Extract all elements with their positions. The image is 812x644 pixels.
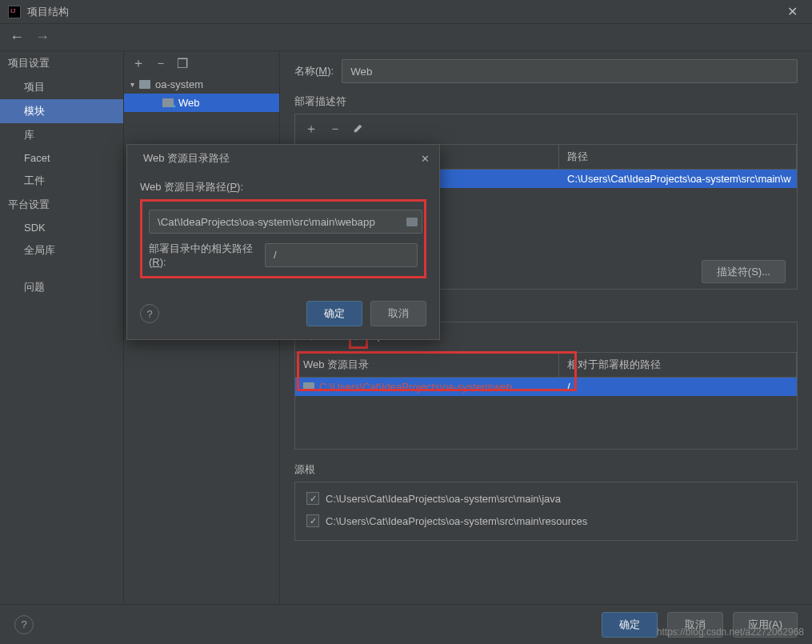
source-root-item[interactable]: ✓ C:\Users\Cat\IdeaProjects\oa-system\sr… <box>297 510 795 532</box>
source-roots-title: 源根 <box>294 462 798 477</box>
dialog-ok-button[interactable]: 确定 <box>306 301 362 326</box>
deploy-col-path: 路径 <box>559 145 797 169</box>
sidebar-item-facet[interactable]: Facet <box>0 147 123 169</box>
remove-icon[interactable]: － <box>154 55 167 72</box>
sidebar-item-global-libs[interactable]: 全局库 <box>0 238 123 262</box>
sidebar-item-libraries[interactable]: 库 <box>0 123 123 147</box>
settings-sidebar: 项目设置 项目 模块 库 Facet 工件 平台设置 SDK 全局库 问题 <box>0 51 124 604</box>
resdir-row[interactable]: C:\Users\Cat\IdeaProjects\oa-system\web … <box>295 378 797 396</box>
chevron-down-icon: ▾ <box>130 80 134 89</box>
folder-icon <box>139 80 150 89</box>
copy-icon[interactable]: ❐ <box>177 56 188 71</box>
remove-icon[interactable]: － <box>329 121 342 138</box>
checkbox-icon: ✓ <box>306 492 319 505</box>
tree-node-label: oa-system <box>155 78 203 90</box>
close-icon[interactable]: ✕ <box>781 4 804 19</box>
sidebar-item-artifacts[interactable]: 工件 <box>0 169 123 193</box>
web-resource-path-dialog: Web 资源目录路径 ✕ Web 资源目录路径(P): 部署目录中的相关路径(R… <box>126 144 440 340</box>
source-root-path: C:\Users\Cat\IdeaProjects\oa-system\src\… <box>326 493 561 505</box>
nav-bar: ← → <box>0 24 812 51</box>
watermark: https://blog.csdn.net/a2272062968 <box>657 626 804 638</box>
add-icon[interactable]: ＋ <box>305 121 318 138</box>
add-icon[interactable]: ＋ <box>132 55 145 72</box>
edit-icon[interactable] <box>353 122 364 137</box>
back-icon[interactable]: ← <box>8 27 26 47</box>
tree-node-label: Web <box>178 97 200 109</box>
bottom-bar: ? 确定 取消 应用(A) <box>0 604 812 644</box>
sidebar-group: 项目设置 <box>0 51 123 75</box>
source-roots-section: ✓ C:\Users\Cat\IdeaProjects\oa-system\sr… <box>294 482 798 541</box>
ok-button[interactable]: 确定 <box>602 612 658 638</box>
add-descriptor-button[interactable]: 描述符(S)... <box>702 260 786 283</box>
resdir-row-rel: / <box>559 378 797 396</box>
tree-node-web[interactable]: Web <box>124 94 279 112</box>
dialog-help-button[interactable]: ? <box>140 304 159 323</box>
sidebar-group: 平台设置 <box>0 193 123 217</box>
resdir-row-path: C:\Users\Cat\IdeaProjects\oa-system\web <box>319 381 512 393</box>
resource-path-input[interactable] <box>149 210 422 234</box>
source-root-path: C:\Users\Cat\IdeaProjects\oa-system\src\… <box>326 515 587 527</box>
help-button[interactable]: ? <box>14 615 34 634</box>
tree-toolbar: ＋ － ❐ <box>124 51 279 75</box>
deploy-row-path: C:\Users\Cat\IdeaProjects\oa-system\src\… <box>559 170 797 188</box>
browse-icon[interactable] <box>406 218 418 226</box>
title-bar: 项目结构 ✕ <box>0 0 812 24</box>
sidebar-item-sdk[interactable]: SDK <box>0 217 123 238</box>
name-label: 名称(M): <box>294 64 334 78</box>
name-input[interactable] <box>342 59 798 83</box>
folder-icon <box>303 382 314 391</box>
forward-icon[interactable]: → <box>34 27 51 47</box>
path-label: Web 资源目录路径(P): <box>140 180 426 194</box>
sidebar-item-modules[interactable]: 模块 <box>0 99 123 123</box>
resdir-col2: 相对于部署根的路径 <box>559 353 797 377</box>
rel-path-label: 部署目录中的相关路径(R): <box>149 242 258 268</box>
source-root-item[interactable]: ✓ C:\Users\Cat\IdeaProjects\oa-system\sr… <box>297 487 795 510</box>
tree-node-root[interactable]: ▾ oa-system <box>124 75 279 94</box>
sidebar-item-project[interactable]: 项目 <box>0 75 123 99</box>
dialog-title: Web 资源目录路径 <box>143 151 230 166</box>
resdir-col1: Web 资源目录 <box>295 353 559 377</box>
checkbox-icon: ✓ <box>306 514 319 527</box>
sidebar-item-problems[interactable]: 问题 <box>0 275 123 299</box>
window-title: 项目结构 <box>27 5 781 19</box>
relative-path-input[interactable] <box>265 243 418 267</box>
app-icon <box>8 6 21 18</box>
close-icon[interactable]: ✕ <box>421 153 430 165</box>
deploy-section-title: 部署描述符 <box>294 94 798 109</box>
resdir-section: ＋ － ? Web 资源目录 相对于部署根的路径 C:\Users\Cat\Id… <box>294 322 798 450</box>
dialog-cancel-button[interactable]: 取消 <box>370 301 426 326</box>
web-folder-icon <box>162 98 174 107</box>
